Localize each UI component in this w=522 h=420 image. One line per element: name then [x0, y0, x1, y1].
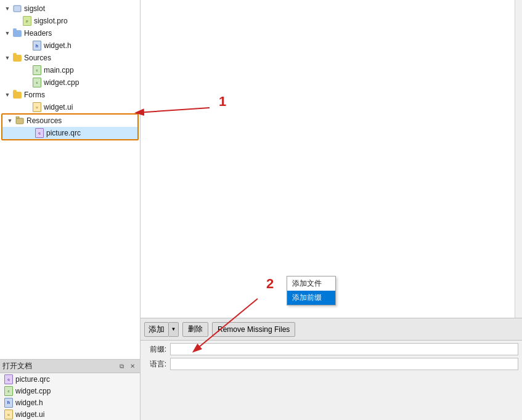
bottom-file-item-1[interactable]: c widget.cpp	[0, 385, 140, 397]
left-panel: ▼ sigslot ▶ p sigslot.pro ▼ He	[0, 0, 141, 420]
bottom-panel-header: 打开文档 ⧉ ✕	[0, 360, 140, 373]
right-panel: 添加 ▼ 删除 Remove Missing Files 添加文件 添加前缀 前…	[141, 0, 522, 420]
tree-item-main-cpp[interactable]: ▶ c main.cpp	[0, 64, 140, 76]
label-picture-qrc: picture.qrc	[46, 129, 81, 137]
panel-close-icon[interactable]: ✕	[128, 361, 137, 371]
expand-icon-headers: ▼	[2, 28, 12, 38]
bottom-panel-icons: ⧉ ✕	[116, 361, 137, 371]
root-icon	[12, 4, 22, 14]
tree-item-resources[interactable]: ▼ Resources	[2, 115, 137, 127]
panel-float-icon[interactable]: ⧉	[116, 361, 126, 371]
dropdown-item-add-file[interactable]: 添加文件	[287, 277, 335, 291]
tree-item-widget-cpp[interactable]: ▶ c widget.cpp	[0, 76, 140, 89]
remove-missing-label: Remove Missing Files	[218, 325, 290, 334]
h-icon: h	[32, 41, 42, 50]
label-widget-ui: widget.ui	[44, 103, 73, 111]
file-tree: ▼ sigslot ▶ p sigslot.pro ▼ He	[0, 0, 140, 359]
dropdown-item-add-prefix[interactable]: 添加前缀	[287, 291, 335, 305]
qrc-icon-bottom: q	[4, 374, 14, 384]
label-widget-h: widget.h	[44, 41, 71, 50]
bottom-label-3: widget.ui	[15, 410, 44, 419]
cpp-icon-widget: c	[32, 78, 42, 87]
tree-item-forms[interactable]: ▼ Forms	[0, 89, 140, 101]
prefix-row: 前缀:	[144, 343, 518, 355]
bottom-file-item-2[interactable]: h widget.h	[0, 397, 140, 408]
add-button-group: 添加 ▼	[144, 322, 179, 337]
qrc-icon: q	[35, 128, 44, 138]
expand-icon-sources: ▼	[2, 53, 12, 63]
svg-rect-0	[14, 6, 21, 12]
expand-icon-root: ▼	[2, 4, 12, 14]
label-forms: Forms	[24, 91, 45, 99]
label-resources: Resources	[27, 116, 62, 125]
bottom-file-item-3[interactable]: u widget.ui	[0, 408, 140, 420]
bottom-label-1: widget.cpp	[15, 387, 51, 395]
svg-rect-2	[16, 116, 19, 118]
prefix-label: 前缀:	[144, 344, 166, 355]
ui-icon: u	[32, 102, 42, 112]
tree-item-widget-h[interactable]: ▶ h widget.h	[0, 39, 140, 52]
h-icon-bottom: h	[4, 398, 14, 408]
bottom-file-item-0[interactable]: q picture.qrc	[0, 373, 140, 385]
remove-button[interactable]: 删除	[182, 322, 208, 337]
resource-toolbar: 添加 ▼ 删除 Remove Missing Files	[141, 318, 522, 340]
remove-label: 删除	[188, 324, 203, 334]
label-sources: Sources	[24, 54, 51, 62]
add-dropdown-arrow[interactable]: ▼	[169, 322, 179, 337]
remove-missing-button[interactable]: Remove Missing Files	[212, 322, 295, 337]
scrollbar-right[interactable]	[515, 0, 522, 318]
bottom-label-0: picture.qrc	[15, 375, 50, 384]
lang-row: 语言:	[144, 358, 518, 370]
tree-item-sigslot-pro[interactable]: ▶ p sigslot.pro	[0, 15, 140, 27]
pro-icon: p	[22, 16, 32, 26]
bottom-label-2: widget.h	[15, 398, 43, 407]
label-main-cpp: main.cpp	[44, 66, 74, 75]
bottom-row: 前缀: 语言:	[141, 340, 522, 420]
tree-item-picture-qrc[interactable]: ▶ q picture.qrc	[2, 127, 137, 139]
bottom-panel: 打开文档 ⧉ ✕ q picture.qrc c widget.cpp h wi…	[0, 359, 140, 420]
root-label: sigslot	[24, 4, 45, 13]
bottom-panel-title: 打开文档	[2, 361, 32, 371]
headers-folder-icon	[12, 28, 22, 38]
label-widget-cpp: widget.cpp	[44, 78, 79, 87]
bottom-file-list: q picture.qrc c widget.cpp h widget.h u …	[0, 373, 140, 420]
editor-area	[141, 0, 522, 318]
label-headers: Headers	[24, 29, 52, 38]
sources-folder-icon	[12, 53, 22, 63]
label-sigslot-pro: sigslot.pro	[34, 17, 68, 25]
add-button-label: 添加	[149, 324, 165, 335]
svg-rect-1	[16, 118, 23, 124]
cpp-icon-main: c	[32, 65, 42, 75]
tree-item-headers[interactable]: ▼ Headers	[0, 27, 140, 39]
tree-item-widget-ui[interactable]: ▶ u widget.ui	[0, 101, 140, 113]
resources-group: ▼ Resources ▶ q picture.qrc	[1, 113, 139, 140]
resources-folder-icon	[15, 116, 25, 126]
tree-item-sources[interactable]: ▼ Sources	[0, 52, 140, 64]
prefix-input[interactable]	[170, 343, 518, 355]
lang-label: 语言:	[144, 359, 166, 370]
lang-input[interactable]	[170, 358, 518, 370]
expand-icon-forms: ▼	[2, 90, 12, 100]
ui-icon-bottom: u	[4, 410, 14, 419]
dropdown-menu: 添加文件 添加前缀	[287, 276, 336, 305]
forms-folder-icon	[12, 90, 22, 100]
tree-root[interactable]: ▼ sigslot	[0, 2, 140, 15]
main-layout: ▼ sigslot ▶ p sigslot.pro ▼ He	[0, 0, 522, 420]
add-button[interactable]: 添加	[144, 322, 169, 337]
expand-icon-resources: ▼	[5, 116, 15, 126]
cpp-icon-bottom: c	[4, 386, 14, 396]
